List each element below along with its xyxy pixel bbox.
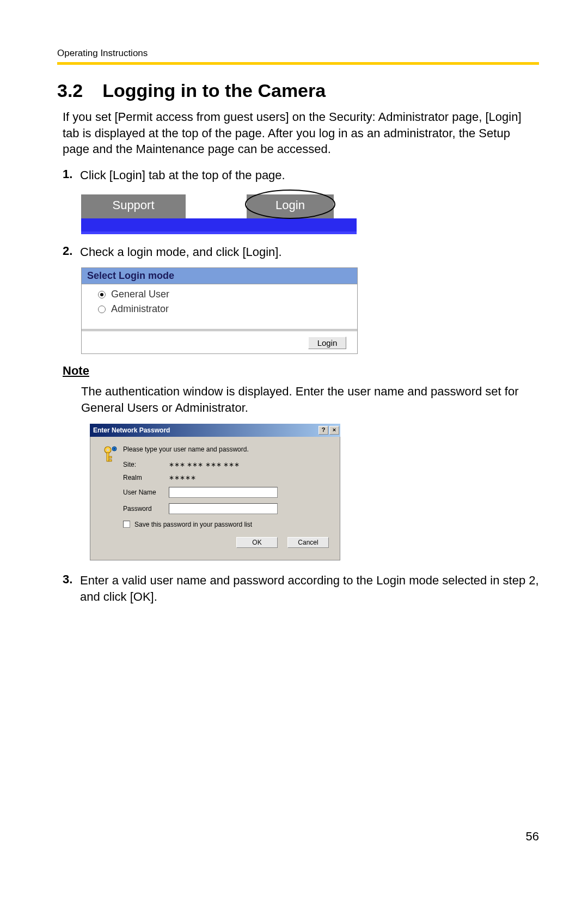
step-number-1: 1. — [63, 167, 80, 181]
radio-icon — [98, 306, 106, 313]
step-number-2: 2. — [63, 244, 80, 258]
step-number-3: 3. — [63, 572, 80, 587]
realm-label: Realm — [123, 474, 169, 481]
radio-administrator[interactable]: Administrator — [98, 303, 352, 315]
svg-rect-5 — [109, 460, 112, 461]
page-number: 56 — [526, 829, 539, 844]
section-title-text: Logging in to the Camera — [102, 80, 326, 101]
section-title: 3.2Logging in to the Camera — [57, 80, 539, 101]
cancel-button[interactable]: Cancel — [287, 537, 329, 548]
svg-rect-4 — [109, 456, 112, 458]
running-header: Operating Instructions — [57, 48, 539, 59]
checkbox-icon — [123, 521, 130, 528]
svg-point-0 — [246, 190, 335, 218]
svg-rect-3 — [107, 453, 109, 461]
figure-login-mode: Select Login mode General User Administr… — [81, 267, 539, 354]
figure-tabs: Support Login — [81, 191, 539, 234]
login-mode-title: Select Login mode — [82, 268, 357, 284]
save-password-checkbox[interactable]: Save this password in your password list — [123, 521, 332, 528]
realm-value: ∗∗∗∗∗ — [169, 474, 196, 481]
radio-label-general-user: General User — [111, 289, 169, 300]
figure-password-dialog: Enter Network Password ? × — [90, 424, 340, 560]
radio-icon-selected — [98, 291, 106, 298]
step-text-3: Enter a valid user name and password acc… — [80, 572, 539, 605]
username-label: User Name — [123, 489, 169, 496]
radio-general-user[interactable]: General User — [98, 289, 352, 300]
save-password-label: Save this password in your password list — [134, 521, 252, 528]
svg-point-2 — [107, 449, 109, 451]
section-number: 3.2 — [57, 80, 83, 101]
step-text-2: Check a login mode, and click [Login]. — [80, 244, 539, 260]
note-paragraph: The authentication window is displayed. … — [81, 383, 539, 416]
help-button[interactable]: ? — [318, 426, 328, 435]
close-button[interactable]: × — [329, 426, 339, 435]
radio-label-administrator: Administrator — [111, 303, 169, 315]
note-heading: Note — [63, 364, 539, 378]
site-label: Site: — [123, 461, 169, 468]
tab-support[interactable]: Support — [81, 194, 186, 218]
login-button[interactable]: Login — [308, 337, 346, 349]
dialog-message: Please type your user name and password. — [123, 446, 332, 453]
password-label: Password — [123, 505, 169, 513]
password-input[interactable] — [169, 503, 278, 514]
login-highlight-ellipse — [242, 188, 338, 221]
dialog-titlebar: Enter Network Password ? × — [90, 424, 340, 437]
username-input[interactable] — [169, 487, 278, 498]
dialog-title: Enter Network Password — [93, 426, 170, 434]
header-rule — [57, 62, 539, 65]
intro-paragraph: If you set [Permit access from guest use… — [63, 109, 539, 157]
step-text-1: Click [Login] tab at the top of the page… — [80, 167, 539, 184]
ok-button[interactable]: OK — [236, 537, 278, 548]
key-icon — [102, 446, 119, 464]
tab-bar-blue-thin — [81, 231, 357, 234]
site-value: ∗∗∗ ∗∗∗ ∗∗∗ ∗∗∗ — [169, 461, 240, 468]
